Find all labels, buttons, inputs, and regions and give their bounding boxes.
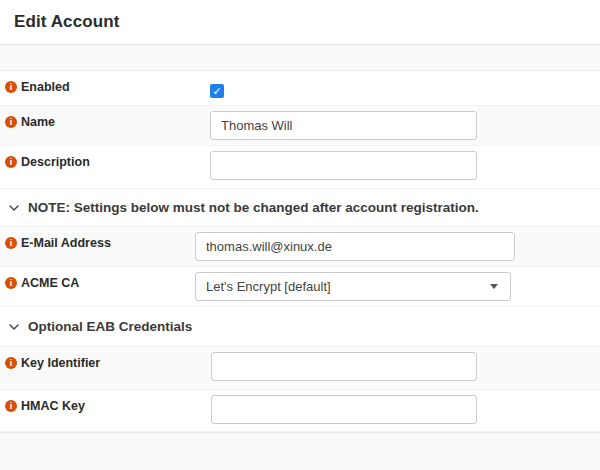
caret-down-icon xyxy=(490,284,498,289)
table-header-spacer xyxy=(0,45,600,71)
edit-account-page: Edit Account i Enabled ✓ i Name i Descri… xyxy=(0,0,600,470)
info-icon[interactable]: i xyxy=(5,156,17,168)
description-input[interactable] xyxy=(210,151,477,180)
info-icon[interactable]: i xyxy=(5,400,17,412)
checkmark-icon: ✓ xyxy=(210,84,224,98)
section-title-note: NOTE: Settings below must not be changed… xyxy=(28,200,479,215)
enabled-checkbox[interactable]: ✓ xyxy=(210,84,224,98)
name-input[interactable] xyxy=(210,111,477,140)
info-icon-glyph: i xyxy=(10,157,13,167)
control-cell-key-identifier xyxy=(211,347,600,389)
info-icon-glyph: i xyxy=(10,117,13,127)
chevron-down-icon[interactable] xyxy=(8,321,20,333)
acme-ca-selected-value: Let's Encrypt [default] xyxy=(206,279,331,294)
key-identifier-input[interactable] xyxy=(211,352,477,381)
field-row-hmac-key: i HMAC Key xyxy=(0,390,600,432)
enabled-label: Enabled xyxy=(21,80,70,94)
info-icon-glyph: i xyxy=(10,278,13,288)
info-icon[interactable]: i xyxy=(5,237,17,249)
field-row-name: i Name xyxy=(0,106,600,146)
section-header-note[interactable]: NOTE: Settings below must not be changed… xyxy=(0,189,600,227)
email-input[interactable] xyxy=(195,232,515,261)
label-cell-description: i Description xyxy=(0,146,210,188)
label-cell-acme-ca: i ACME CA xyxy=(0,267,195,306)
info-icon-glyph: i xyxy=(10,358,13,368)
key-identifier-label: Key Identifier xyxy=(21,356,100,370)
control-cell-email xyxy=(195,227,600,266)
email-label: E-Mail Address xyxy=(21,236,111,250)
info-icon-glyph: i xyxy=(10,401,13,411)
control-cell-hmac-key xyxy=(211,390,600,431)
page-title: Edit Account xyxy=(14,12,119,32)
chevron-down-icon[interactable] xyxy=(8,202,20,214)
description-label: Description xyxy=(21,155,90,169)
name-label: Name xyxy=(21,115,55,129)
field-row-email: i E-Mail Address xyxy=(0,227,600,267)
info-icon-glyph: i xyxy=(10,238,13,248)
page-footer xyxy=(0,432,600,470)
acme-ca-select[interactable]: Let's Encrypt [default] xyxy=(195,272,511,301)
field-row-enabled: i Enabled ✓ xyxy=(0,71,600,106)
info-icon[interactable]: i xyxy=(5,277,17,289)
hmac-key-input[interactable] xyxy=(211,395,477,424)
control-cell-name xyxy=(210,106,600,145)
field-row-description: i Description xyxy=(0,146,600,189)
label-cell-hmac-key: i HMAC Key xyxy=(0,390,211,431)
label-cell-enabled: i Enabled xyxy=(0,71,210,105)
acme-ca-label: ACME CA xyxy=(21,276,79,290)
page-header: Edit Account xyxy=(0,0,600,45)
info-icon[interactable]: i xyxy=(5,357,17,369)
info-icon[interactable]: i xyxy=(5,81,17,93)
label-cell-email: i E-Mail Address xyxy=(0,227,195,266)
section-header-eab[interactable]: Optional EAB Credentials xyxy=(0,307,600,347)
control-cell-acme-ca: Let's Encrypt [default] xyxy=(195,267,600,306)
info-icon-glyph: i xyxy=(10,82,13,92)
control-cell-description xyxy=(210,146,600,188)
control-cell-enabled: ✓ xyxy=(210,71,600,105)
info-icon[interactable]: i xyxy=(5,116,17,128)
field-row-acme-ca: i ACME CA Let's Encrypt [default] xyxy=(0,267,600,307)
section-title-eab: Optional EAB Credentials xyxy=(28,319,192,334)
field-row-key-identifier: i Key Identifier xyxy=(0,347,600,390)
label-cell-name: i Name xyxy=(0,106,210,145)
hmac-key-label: HMAC Key xyxy=(21,399,85,413)
label-cell-key-identifier: i Key Identifier xyxy=(0,347,211,389)
